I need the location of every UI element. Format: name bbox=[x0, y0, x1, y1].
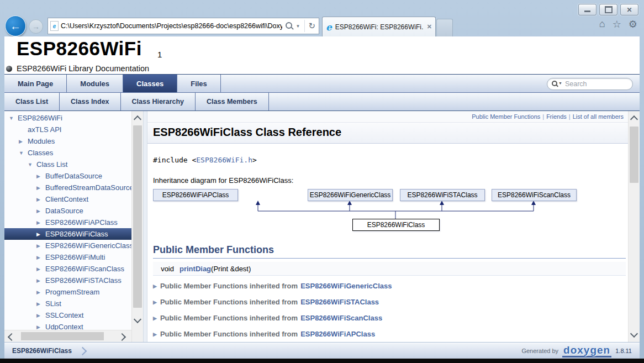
tree-arrow-icon[interactable]: ▶ bbox=[36, 301, 45, 307]
breadcrumb-item[interactable]: ESP8266WiFiClass bbox=[12, 347, 72, 355]
tree-item[interactable]: ▼ Classes bbox=[4, 147, 131, 159]
tree-item[interactable]: ▶ ESP8266WiFiGenericClass bbox=[4, 240, 131, 251]
address-bar[interactable]: e ▼ ↻ bbox=[47, 18, 319, 34]
tree-arrow-icon[interactable]: ▶ bbox=[36, 197, 45, 202]
sidebar-scroll-thumb[interactable] bbox=[133, 125, 142, 308]
sidebar-horizontal-scrollbar[interactable] bbox=[4, 330, 131, 343]
tree-item[interactable]: ▶ SSLContext bbox=[4, 309, 131, 321]
doc-search-box[interactable]: ▼ bbox=[547, 78, 633, 90]
expand-arrow-icon[interactable]: ▶ bbox=[153, 283, 157, 289]
summary-link[interactable]: Public Member Functions bbox=[472, 113, 546, 120]
tree-item[interactable]: ▶ Modules bbox=[4, 135, 131, 147]
main-tab[interactable]: Main Page bbox=[4, 75, 67, 92]
inherited-section-header[interactable]: ▶ Public Member Functions inherited from… bbox=[153, 294, 628, 310]
tree-item-label[interactable]: axTLS API bbox=[28, 125, 61, 134]
sub-tab[interactable]: Class Hierarchy bbox=[121, 93, 196, 111]
diagram-parent-node[interactable]: ESP8266WiFiScanClass bbox=[492, 189, 577, 201]
tab-close-icon[interactable]: ✕ bbox=[427, 23, 432, 30]
inherited-class-link[interactable]: ESP8266WiFiGenericClass bbox=[300, 282, 392, 290]
inherited-section-header[interactable]: ▶ Public Member Functions inherited from… bbox=[153, 310, 628, 326]
expand-arrow-icon[interactable]: ▶ bbox=[153, 332, 157, 337]
summary-link[interactable]: List of all members bbox=[573, 113, 624, 120]
tree-item-label[interactable]: ClientContext bbox=[45, 195, 88, 203]
sidebar-vertical-scrollbar[interactable] bbox=[131, 111, 143, 343]
tree-arrow-icon[interactable]: ▶ bbox=[36, 313, 45, 318]
close-button[interactable]: ✕ bbox=[620, 4, 638, 15]
tree-arrow-icon[interactable]: ▼ bbox=[9, 115, 18, 121]
scroll-down-icon[interactable] bbox=[134, 315, 141, 323]
tree-item-label[interactable]: DataSource bbox=[45, 207, 83, 215]
sub-tab[interactable]: Class Members bbox=[196, 93, 269, 111]
search-input[interactable] bbox=[564, 80, 628, 88]
main-tab[interactable]: Modules bbox=[67, 75, 123, 92]
tree-item-label[interactable]: ESP8266WiFi bbox=[18, 114, 62, 122]
tree-item-label[interactable]: SSLContext bbox=[45, 311, 83, 319]
forward-button[interactable]: → bbox=[29, 19, 43, 34]
search-options-caret-icon[interactable]: ▼ bbox=[558, 81, 562, 85]
settings-gear-icon[interactable]: ⚙ bbox=[629, 18, 637, 30]
tree-arrow-icon[interactable]: ▶ bbox=[36, 173, 45, 179]
summary-link[interactable]: Friends bbox=[546, 113, 573, 120]
tree-item-label[interactable]: Class List bbox=[36, 160, 67, 169]
inherited-section-header[interactable]: ▶ Public Member Functions inherited from… bbox=[153, 326, 628, 342]
inherited-class-link[interactable]: ESP8266WiFiAPClass bbox=[300, 330, 375, 338]
tree-arrow-icon[interactable]: ▼ bbox=[19, 150, 28, 156]
tree-item[interactable]: ▶ ESP8266WiFiMulti bbox=[4, 251, 131, 263]
tree-item[interactable]: ▶ ESP8266WiFiClass bbox=[4, 228, 131, 240]
tree-item[interactable]: ▶ DataSource bbox=[4, 205, 131, 217]
address-dropdown-icon[interactable]: ▼ bbox=[296, 24, 300, 29]
tree-arrow-icon[interactable]: ▶ bbox=[36, 266, 45, 272]
back-button[interactable]: ← bbox=[5, 15, 26, 36]
tree-item[interactable]: ▶ ESP8266WiFiAPClass bbox=[4, 217, 131, 228]
inherited-section-header[interactable]: ▶ Public Member Functions inherited from… bbox=[153, 278, 628, 294]
url-input[interactable] bbox=[59, 22, 284, 30]
tree-item[interactable]: ▼ ESP8266WiFi bbox=[4, 112, 131, 124]
tree-arrow-icon[interactable]: ▶ bbox=[19, 139, 28, 144]
content-scroll-thumb[interactable] bbox=[630, 127, 638, 183]
diagram-parent-node[interactable]: ESP8266WiFiGenericClass bbox=[308, 189, 393, 201]
tree-item-label[interactable]: ESP8266WiFiAPClass bbox=[45, 218, 118, 227]
inherited-class-link[interactable]: ESP8266WiFiSTAClass bbox=[300, 298, 379, 306]
tree-item[interactable]: ▶ ESP8266WiFiScanClass bbox=[4, 263, 131, 275]
panel-splitter[interactable] bbox=[143, 111, 147, 343]
tree-item-label[interactable]: ESP8266WiFiScanClass bbox=[45, 265, 124, 273]
expand-arrow-icon[interactable]: ▶ bbox=[153, 299, 157, 305]
tree-item-label[interactable]: BufferedStreamDataSource bbox=[45, 183, 131, 192]
refresh-icon[interactable]: ↻ bbox=[308, 21, 315, 31]
home-icon[interactable]: ⌂ bbox=[599, 18, 605, 30]
scroll-up-icon[interactable] bbox=[134, 115, 141, 123]
tree-item[interactable]: ▼ Class List bbox=[4, 159, 131, 170]
doxygen-logo[interactable]: doxygen bbox=[562, 345, 611, 357]
tree-item-label[interactable]: ESP8266WiFiMulti bbox=[45, 253, 105, 261]
sub-tab[interactable]: Class List bbox=[4, 93, 60, 111]
member-function-link[interactable]: printDiag bbox=[180, 265, 211, 273]
tree-arrow-icon[interactable]: ▶ bbox=[36, 220, 45, 225]
sub-tab[interactable]: Class Index bbox=[60, 93, 120, 111]
new-tab-button[interactable] bbox=[436, 19, 453, 37]
expand-arrow-icon[interactable]: ▶ bbox=[153, 315, 157, 321]
diagram-parent-node[interactable]: ESP8266WiFiAPClass bbox=[153, 189, 238, 201]
tree-arrow-icon[interactable]: ▶ bbox=[36, 290, 45, 295]
tree-arrow-icon[interactable]: ▼ bbox=[28, 162, 36, 167]
minimize-button[interactable] bbox=[578, 4, 597, 15]
tree-item-label[interactable]: SList bbox=[45, 299, 61, 308]
address-search-icon[interactable] bbox=[286, 22, 292, 29]
inherited-class-link[interactable]: ESP8266WiFiScanClass bbox=[300, 314, 382, 322]
tree-item[interactable]: ▶ BufferedStreamDataSource bbox=[4, 182, 131, 193]
tree-arrow-icon[interactable]: ▶ bbox=[36, 243, 45, 249]
tree-item-label[interactable]: ESP8266WiFiClass bbox=[45, 230, 108, 238]
horizontal-scroll-thumb[interactable] bbox=[21, 332, 104, 340]
tree-arrow-icon[interactable]: ▶ bbox=[36, 278, 45, 283]
main-tab[interactable]: Files bbox=[177, 75, 221, 92]
tree-item[interactable]: ▶ BufferDataSource bbox=[4, 170, 131, 182]
tree-arrow-icon[interactable]: ▶ bbox=[36, 255, 45, 260]
tree-item-label[interactable]: Modules bbox=[28, 137, 55, 145]
content-vertical-scrollbar[interactable] bbox=[628, 111, 640, 343]
browser-tab[interactable]: e ESP8266WiFi: ESP8266WiFi... ✕ bbox=[322, 17, 436, 36]
scroll-right-icon[interactable] bbox=[118, 333, 126, 341]
content-scroll-down-icon[interactable] bbox=[630, 330, 638, 338]
tree-arrow-icon[interactable]: ▶ bbox=[36, 208, 45, 214]
tree-item[interactable]: ▶ SList bbox=[4, 298, 131, 309]
tree-arrow-icon[interactable]: ▶ bbox=[36, 185, 45, 191]
tree-item[interactable]: ▶ ClientContext bbox=[4, 193, 131, 205]
